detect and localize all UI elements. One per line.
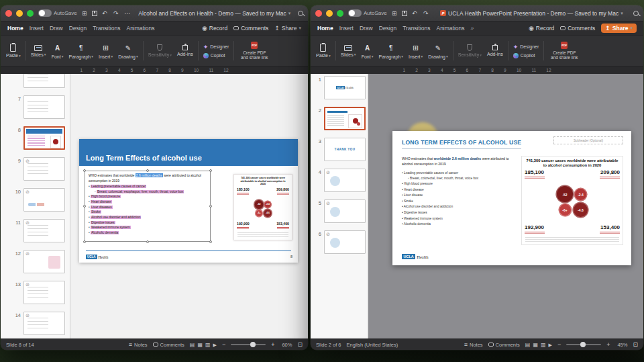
selection-handle[interactable] — [209, 169, 212, 172]
drawing-button[interactable]: Drawing — [116, 43, 140, 59]
comments-button[interactable]: Comments — [560, 25, 595, 32]
zoom-slider-knob[interactable] — [250, 342, 256, 347]
zoom-slider-knob[interactable] — [580, 342, 586, 347]
sensitivity-button[interactable]: Sensitivity — [456, 44, 484, 57]
app-launcher-icon[interactable] — [390, 9, 398, 17]
zoom-percentage[interactable]: 45% — [615, 342, 627, 348]
create-pdf-button[interactable]: Create PDF and share link — [237, 42, 272, 60]
record-button[interactable]: Record — [202, 25, 227, 32]
normal-view-icon[interactable] — [525, 342, 531, 348]
powerpoint-window-ucla-health[interactable]: AutoSave UCLA Health PowerPoint Presenta… — [311, 5, 643, 350]
content-textbox[interactable]: WHO estimates that worldwide 2.6 million… — [402, 156, 515, 228]
fullscreen-button[interactable] — [337, 10, 343, 17]
close-button[interactable] — [315, 10, 322, 17]
close-button[interactable] — [5, 10, 12, 17]
slide-thumbnail-panel[interactable]: 1 UCLAHealth 2 3 THANK YOU 4 5 — [311, 74, 368, 338]
titlebar[interactable]: AutoSave Alcohol and Effects on Health -… — [1, 5, 308, 21]
zoom-slider[interactable] — [566, 344, 601, 345]
copilot-button[interactable]: Copilot — [203, 53, 229, 58]
undo-icon[interactable] — [101, 9, 109, 17]
copilot-button[interactable]: Copilot — [513, 53, 539, 58]
insert-button[interactable]: Insert — [97, 43, 115, 59]
selection-handle[interactable] — [83, 240, 86, 243]
normal-view-icon[interactable] — [190, 342, 195, 348]
designer-button[interactable]: Designer — [513, 44, 539, 50]
content-textbox-selected[interactable]: WHO estimates that worldwide 2.6 million… — [85, 171, 211, 242]
slide-thumbnail-3[interactable]: 3 THANK YOU — [311, 138, 368, 161]
paragraph-button[interactable]: Paragraph — [377, 43, 405, 59]
slide-thumbnail-1[interactable]: 1 UCLAHealth — [311, 76, 368, 99]
share-button[interactable]: Share — [274, 25, 301, 32]
save-icon[interactable] — [92, 11, 97, 16]
slide-title-bar[interactable]: Long Term Effects of alcohol use — [79, 139, 298, 166]
slides-button[interactable]: Slides — [339, 45, 358, 57]
tab-animations[interactable]: Animations — [436, 25, 464, 32]
cancer-stats-infographic[interactable]: 741,300 cancer cases worldwide were attr… — [233, 174, 292, 240]
search-icon[interactable] — [298, 11, 303, 16]
slide-title-text[interactable]: LONG TERM EFFECTS OF ALCOHOL USE — [402, 139, 521, 146]
app-launcher-icon[interactable] — [80, 9, 89, 17]
slide-thumbnail-9[interactable]: 9 — [1, 157, 70, 181]
slide-thumbnail-13[interactable]: 13 — [1, 281, 70, 304]
slide-thumbnail-11[interactable]: 11 — [1, 219, 70, 242]
powerpoint-window-alcohol-effects[interactable]: AutoSave Alcohol and Effects on Health -… — [1, 5, 308, 350]
slide-canvas[interactable]: LONG TERM EFFECTS OF ALCOHOL USE Subhead… — [368, 74, 643, 338]
zoom-in-button[interactable] — [606, 341, 610, 348]
slide-thumbnail-12[interactable]: 12 — [1, 250, 70, 273]
font-button[interactable]: Font — [50, 43, 66, 59]
comments-button[interactable]: Comments — [488, 342, 520, 348]
slide-thumbnail-panel[interactable]: 6 7 8 9 10 11 — [1, 74, 70, 338]
minimize-button[interactable] — [326, 10, 333, 17]
title-dropdown-icon[interactable] — [288, 11, 291, 16]
minimize-button[interactable] — [16, 10, 23, 17]
tab-animations[interactable]: Animations — [126, 25, 154, 32]
title-dropdown-icon[interactable] — [621, 11, 623, 16]
insert-button[interactable]: Insert — [407, 43, 425, 59]
tab-overflow-icon[interactable] — [471, 25, 474, 32]
paste-button[interactable]: Paste — [4, 44, 23, 58]
reading-view-icon[interactable] — [205, 342, 211, 348]
slide-canvas[interactable]: Long Term Effects of alcohol use WHO est… — [70, 74, 308, 338]
slide-sorter-icon[interactable] — [197, 342, 203, 348]
fullscreen-button[interactable] — [27, 10, 34, 17]
tab-insert[interactable]: Insert — [339, 25, 354, 32]
slide-thumbnail-6[interactable]: 6 — [311, 230, 368, 254]
cancer-stats-infographic[interactable]: 741,300 cancer cases worldwide were attr… — [521, 156, 623, 245]
undo-icon[interactable] — [411, 9, 419, 17]
fit-to-window-icon[interactable] — [633, 341, 638, 348]
slide-thumbnail-5[interactable]: 5 — [311, 199, 368, 223]
selection-handle[interactable] — [83, 205, 86, 208]
notes-button[interactable]: Notes — [129, 341, 148, 348]
comments-button[interactable]: Comments — [233, 25, 268, 32]
selection-handle[interactable] — [209, 205, 212, 208]
redo-icon[interactable] — [112, 9, 120, 17]
redo-icon[interactable] — [422, 9, 430, 17]
subheader-placeholder[interactable]: Subheader (Optional) — [553, 136, 623, 144]
paragraph-button[interactable]: Paragraph — [67, 43, 95, 59]
font-button[interactable]: Font — [360, 43, 376, 59]
autosave-toggle[interactable]: AutoSave — [38, 9, 77, 17]
tab-design[interactable]: Design — [69, 25, 87, 32]
slide-thumbnail-8-selected[interactable]: 8 — [1, 126, 70, 150]
slide-thumbnail-10[interactable]: 10 — [1, 188, 70, 212]
addins-button[interactable]: Add-ins — [175, 45, 195, 56]
tab-transitions[interactable]: Transitions — [402, 25, 430, 32]
tab-home[interactable]: Home — [7, 25, 23, 32]
zoom-in-button[interactable] — [271, 341, 274, 348]
selection-handle[interactable] — [146, 240, 149, 243]
zoom-percentage[interactable]: 60% — [280, 342, 292, 348]
search-icon[interactable] — [633, 11, 639, 16]
slide-thumbnail-14[interactable]: 14 — [1, 312, 70, 335]
notes-button[interactable]: Notes — [464, 341, 483, 348]
selection-handle[interactable] — [209, 240, 212, 243]
slide-8-editor[interactable]: Long Term Effects of alcohol use WHO est… — [79, 139, 298, 263]
tab-transitions[interactable]: Transitions — [93, 25, 120, 32]
slideshow-icon[interactable] — [213, 342, 217, 348]
record-button[interactable]: Record — [529, 25, 554, 32]
sensitivity-button[interactable]: Sensitivity — [146, 44, 174, 57]
tab-draw[interactable]: Draw — [50, 25, 63, 32]
save-icon[interactable] — [402, 11, 407, 16]
slides-button[interactable]: Slides — [29, 45, 48, 57]
reading-view-icon[interactable] — [541, 342, 546, 348]
tab-design[interactable]: Design — [379, 25, 396, 32]
